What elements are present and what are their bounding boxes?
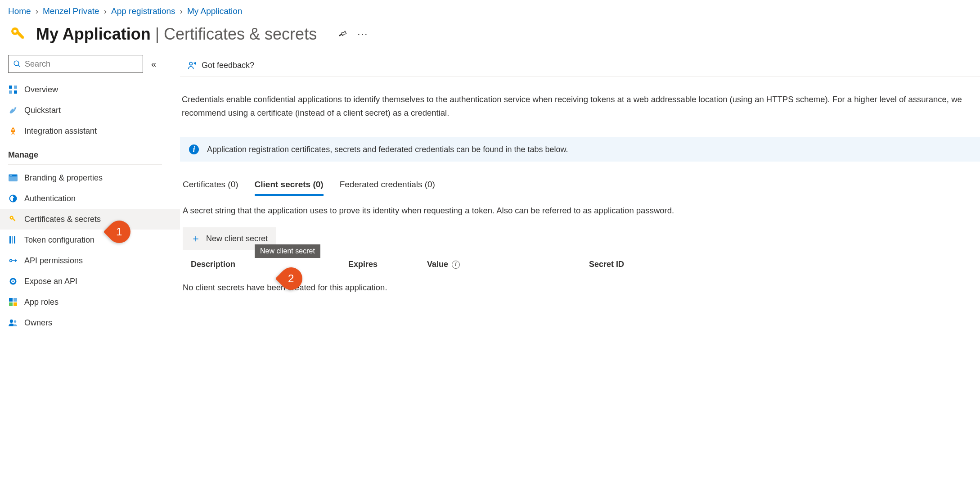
plus-icon: ＋ [191,232,201,245]
sidebar-item-label: Quickstart [24,106,61,115]
sidebar-section-manage: Manage [8,141,162,165]
tabs: Certificates (0) Client secrets (0) Fede… [180,180,980,196]
info-banner: i Application registration certificates,… [180,137,980,162]
tab-description: A secret string that the application use… [180,206,980,216]
sidebar-item-token[interactable]: Token configuration [0,230,180,250]
svg-rect-21 [12,236,13,244]
sidebar-item-label: Certificates & secrets [24,215,101,224]
intro-text: Credentials enable confidential applicat… [180,77,980,119]
sidebar-item-integration[interactable]: Integration assistant [0,121,180,141]
feedback-button[interactable]: Got feedback? [187,61,254,71]
owners-icon [8,318,18,328]
main-toolbar: Got feedback? [180,55,980,77]
sidebar-item-label: Branding & properties [24,173,103,183]
token-icon [8,235,18,245]
tab-certificates[interactable]: Certificates (0) [183,180,238,196]
sidebar-item-label: Overview [24,85,58,95]
col-secret-id: Secret ID [589,260,980,269]
page-title-sub: Certificates & secrets [164,25,317,44]
sidebar-item-label: Integration assistant [24,126,97,136]
col-description: Description [191,260,348,269]
search-input[interactable] [25,59,138,69]
svg-rect-20 [9,236,11,244]
new-client-secret-button[interactable]: ＋ New client secret New client secret [183,227,276,250]
sidebar-item-label: Authentication [24,194,76,203]
svg-rect-27 [9,298,13,302]
svg-point-26 [12,280,13,282]
breadcrumb: Home › Menzel Private › App registration… [0,0,980,21]
svg-point-33 [189,62,192,65]
svg-point-10 [13,108,14,109]
svg-rect-28 [13,298,17,302]
page-title-main: My Application [36,25,151,44]
main-content: Got feedback? Credentials enable confide… [180,55,980,333]
info-icon: i [189,144,199,154]
sidebar-item-app-roles[interactable]: App roles [0,292,180,312]
info-banner-text: Application registration certificates, s… [207,145,568,154]
api-perm-icon [8,256,18,266]
tab-federated[interactable]: Federated credentials (0) [340,180,435,196]
key-icon [8,214,18,224]
sidebar-item-branding[interactable]: Branding & properties [0,167,180,188]
sidebar-item-overview[interactable]: Overview [0,79,180,100]
table-header: Description Expires Value i Secret ID [180,260,980,269]
breadcrumb-sep: › [104,6,107,16]
breadcrumb-app[interactable]: My Application [187,6,243,16]
svg-rect-7 [14,86,17,89]
sidebar-item-expose-api[interactable]: Expose an API [0,271,180,292]
sidebar-item-label: Token configuration [24,235,94,245]
svg-rect-14 [10,176,12,176]
sidebar-search[interactable] [8,55,143,73]
sidebar-item-owners[interactable]: Owners [0,312,180,333]
sidebar-item-api-permissions[interactable]: API permissions [0,250,180,271]
tooltip: New client secret [255,244,320,258]
breadcrumb-tenant[interactable]: Menzel Private [43,6,99,16]
svg-rect-22 [14,236,15,244]
feedback-icon [187,61,197,71]
sidebar-item-certificates[interactable]: Certificates & secrets [0,209,180,230]
svg-rect-8 [9,90,12,94]
breadcrumb-sep: › [180,6,183,16]
svg-rect-29 [9,302,13,306]
sidebar: « Overview Quickstart Integration assist… [0,55,180,333]
breadcrumb-sep: › [36,6,38,16]
svg-point-1 [13,30,17,33]
page-title: My Application | Certificates & secrets [36,25,317,44]
sidebar-item-label: API permissions [24,256,83,266]
svg-point-31 [10,320,13,323]
grid-icon [8,85,18,95]
quickstart-icon [8,105,18,115]
svg-point-32 [14,320,16,323]
pin-icon[interactable] [337,29,347,40]
auth-icon [8,194,18,203]
sidebar-item-label: Owners [24,318,52,328]
sidebar-item-label: App roles [24,298,58,307]
col-value: Value i [427,260,589,269]
more-icon[interactable]: ··· [357,28,368,40]
svg-line-5 [18,65,20,67]
sidebar-item-quickstart[interactable]: Quickstart [0,100,180,121]
svg-point-23 [10,260,12,262]
page-title-sep: | [155,25,159,44]
sidebar-item-authentication[interactable]: Authentication [0,188,180,209]
page-title-row: My Application | Certificates & secrets … [0,21,980,55]
search-icon [13,60,21,68]
svg-point-11 [12,129,13,131]
svg-point-17 [11,217,12,218]
breadcrumb-home[interactable]: Home [8,6,31,16]
info-circle-icon[interactable]: i [452,261,460,269]
new-client-secret-label: New client secret [206,234,268,244]
key-icon [8,24,28,44]
branding-icon [8,173,18,183]
tab-client-secrets[interactable]: Client secrets (0) [255,180,324,196]
collapse-sidebar-icon[interactable]: « [151,59,156,69]
svg-rect-30 [13,302,17,306]
rocket-icon [8,126,18,136]
roles-icon [8,297,18,307]
breadcrumb-appregs[interactable]: App registrations [111,6,175,16]
svg-rect-6 [9,86,12,89]
svg-rect-9 [14,90,17,94]
svg-point-4 [14,61,19,66]
expose-icon [8,276,18,286]
feedback-label: Got feedback? [202,61,254,70]
